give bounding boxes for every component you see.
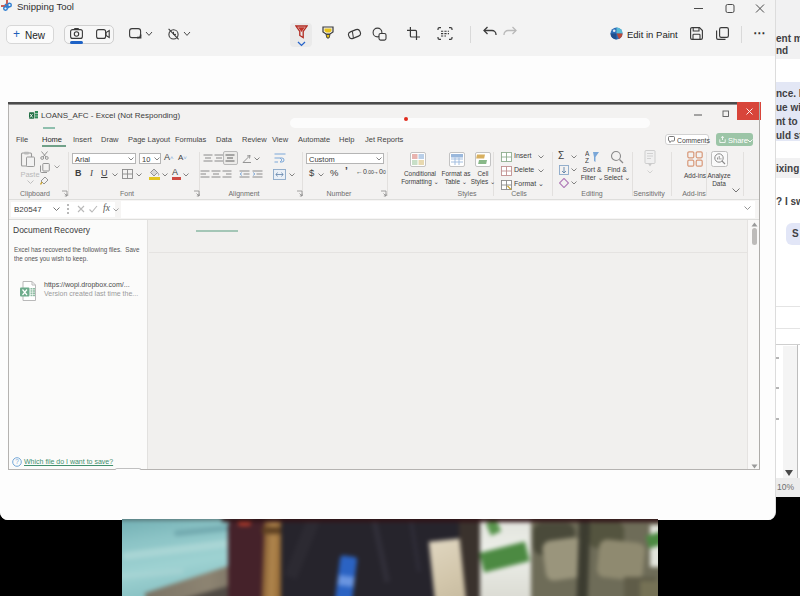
svg-text:Z: Z	[585, 157, 589, 164]
svg-text:A: A	[585, 150, 590, 157]
svg-text:?: ?	[15, 458, 19, 465]
